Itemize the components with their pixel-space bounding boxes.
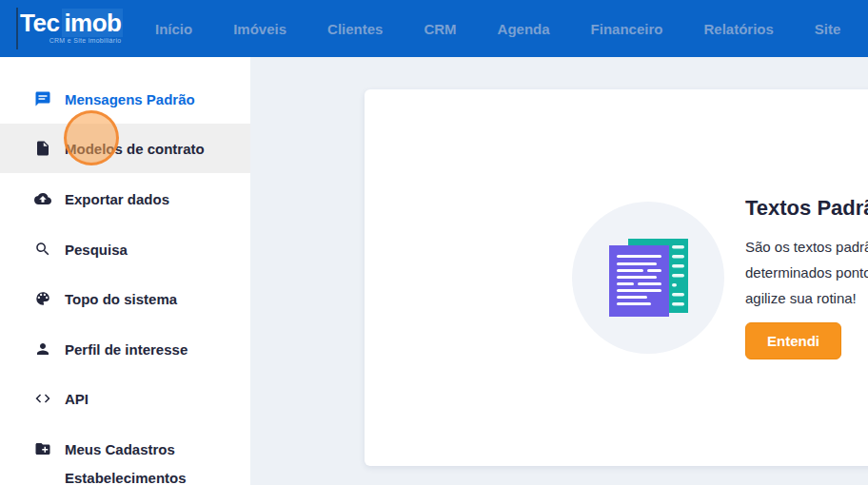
sidebar-item-modelos-de-contrato[interactable]: Modelos de contrato (0, 124, 250, 173)
textos-padrao-card: Textos Padrão São os textos padrã determ… (365, 89, 868, 466)
nav-item-crm[interactable]: CRM (424, 21, 456, 37)
card-description: São os textos padrã determinados ponto a… (745, 234, 868, 311)
nav-item-relatorios[interactable]: Relatórios (703, 21, 773, 37)
card-title: Textos Padrão (745, 196, 868, 221)
card-description-line: São os textos padrã (745, 234, 868, 260)
sidebar-item-topo-do-sistema[interactable]: Topo do sistema (0, 274, 250, 323)
top-navigation-bar: Tecimob CRM e Site imobiliário Início Im… (0, 0, 868, 57)
nav-item-clientes[interactable]: Clientes (327, 21, 383, 37)
sidebar-item-meus-cadastros[interactable]: Meus Cadastros (0, 424, 250, 474)
sidebar-item-api[interactable]: API (0, 374, 250, 423)
person-icon (34, 340, 51, 358)
nav-item-imoveis[interactable]: Imóveis (233, 21, 286, 37)
logo-subtitle: CRM e Site imobiliário (20, 37, 123, 44)
palette-icon (34, 290, 51, 307)
documents-illustration-svg (572, 202, 724, 354)
main-menu: Início Imóveis Clientes CRM Agenda Finan… (155, 0, 868, 57)
logo-caret-line (16, 8, 18, 49)
logo-part2: imob (62, 9, 123, 37)
card-description-line: agilize sua rotina! (745, 285, 868, 311)
sidebar-item-label: Pesquisa (65, 242, 128, 258)
click-highlight-circle (64, 110, 119, 165)
nav-item-agenda[interactable]: Agenda (498, 21, 550, 37)
app-logo[interactable]: Tecimob CRM e Site imobiliário (20, 10, 123, 44)
code-icon (34, 390, 51, 407)
sidebar-item-pesquisa[interactable]: Pesquisa (0, 224, 250, 274)
nav-item-site[interactable]: Site (815, 21, 841, 37)
sidebar-item-label: Mensagens Padrão (65, 91, 195, 107)
logo-text: Tecimob (20, 10, 123, 36)
nav-item-inicio[interactable]: Início (155, 21, 192, 37)
sidebar-item-exportar-dados[interactable]: Exportar dados (0, 174, 250, 223)
cloud-upload-icon (34, 190, 51, 207)
message-icon (34, 90, 51, 107)
document-icon (34, 140, 51, 157)
settings-sidebar: Mensagens Padrão Modelos de contrato Exp… (0, 57, 250, 485)
nav-item-financeiro[interactable]: Financeiro (591, 21, 663, 37)
content-area: Textos Padrão São os textos padrã determ… (250, 57, 868, 485)
sidebar-item-label: Exportar dados (65, 191, 169, 207)
documents-illustration (572, 202, 724, 354)
entendi-button[interactable]: Entendi (745, 322, 841, 359)
sidebar-item-label: API (65, 391, 89, 407)
sidebar-item-label: Topo do sistema (65, 291, 177, 307)
sidebar-item-label: Meus Cadastros (65, 441, 175, 457)
folder-plus-icon (34, 440, 51, 457)
sidebar-item-perfil-de-interesse[interactable]: Perfil de interesse (0, 324, 250, 374)
card-description-line: determinados ponto (745, 260, 868, 285)
sidebar-item-mensagens-padrao[interactable]: Mensagens Padrão (0, 74, 250, 124)
sidebar-item-label: Perfil de interesse (65, 341, 187, 358)
sidebar-subitem-estabelecimentos[interactable]: Estabelecimentos (65, 470, 187, 485)
logo-part1: Tec (20, 9, 59, 37)
search-icon (34, 241, 51, 258)
